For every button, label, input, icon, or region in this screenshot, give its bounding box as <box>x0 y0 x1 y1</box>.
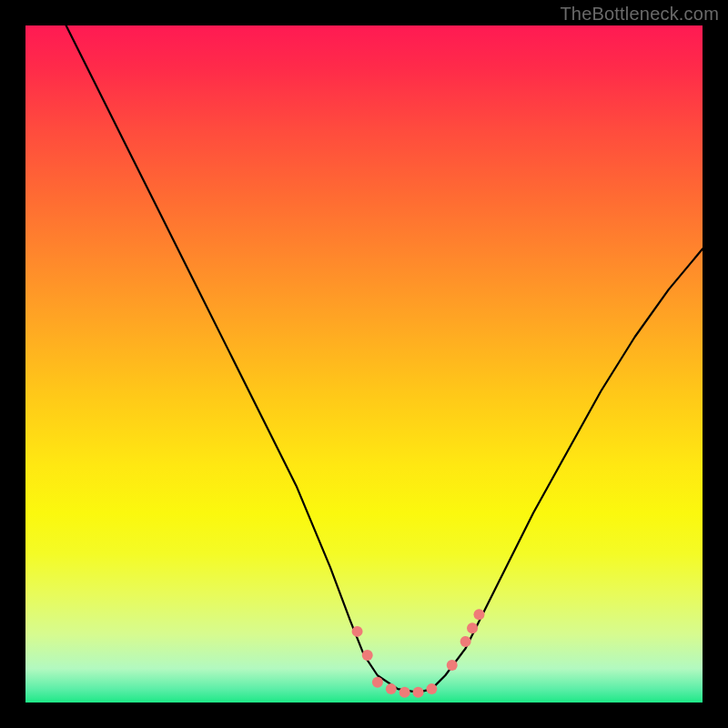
data-marker <box>386 683 397 694</box>
data-marker <box>460 636 471 647</box>
data-marker <box>473 609 484 620</box>
data-markers <box>352 609 485 698</box>
data-marker <box>362 650 373 661</box>
bottleneck-curve <box>66 25 703 693</box>
plot-area <box>25 25 703 703</box>
data-marker <box>399 687 410 698</box>
series-path <box>66 25 703 693</box>
data-marker <box>352 626 363 637</box>
data-marker <box>372 677 383 688</box>
data-marker <box>413 687 424 698</box>
data-marker <box>467 622 478 633</box>
chart-frame: TheBottleneck.com <box>0 0 728 728</box>
chart-svg <box>25 25 703 703</box>
attribution-text: TheBottleneck.com <box>560 4 719 25</box>
data-marker <box>447 660 458 671</box>
data-marker <box>426 683 437 694</box>
